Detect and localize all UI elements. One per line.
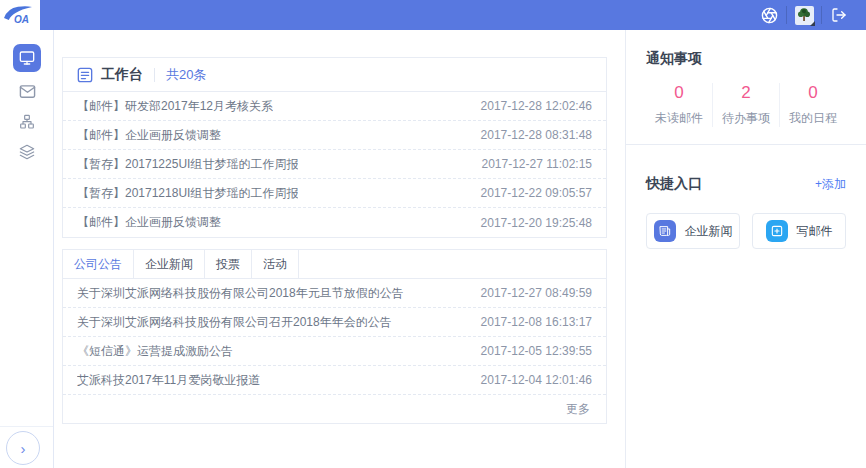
workbench-row[interactable]: 【邮件】企业画册反馈调整 2017-12-20 19:25:48 bbox=[63, 208, 606, 237]
item-title: 【暂存】20171225UI组甘梦瑶的工作周报 bbox=[77, 156, 298, 173]
topbar bbox=[0, 0, 866, 30]
more-link[interactable]: 更多 bbox=[566, 401, 590, 418]
aperture-icon[interactable] bbox=[752, 0, 786, 30]
item-time: 2017-12-27 08:49:59 bbox=[481, 286, 592, 300]
workbench-row[interactable]: 【暂存】20171225UI组甘梦瑶的工作周报 2017-12-27 11:02… bbox=[63, 150, 606, 179]
monitor-icon bbox=[13, 44, 41, 72]
quick-button-write-mail[interactable]: 写邮件 bbox=[752, 213, 846, 249]
user-menu[interactable] bbox=[787, 0, 821, 30]
notification-stats: 0 未读邮件 2 待办事项 0 我的日程 bbox=[646, 83, 846, 144]
news-icon bbox=[654, 220, 676, 242]
workbench-header: 工作台 共20条 bbox=[63, 58, 606, 92]
item-time: 2017-12-27 11:02:15 bbox=[481, 157, 592, 171]
leaf-logo-icon: OA bbox=[3, 5, 37, 25]
item-title: 艾派科技2017年11月爱岗敬业报道 bbox=[77, 372, 260, 389]
announcements-card: 公司公告 企业新闻 投票 活动 关于深圳艾派网络科技股份有限公司2018年元旦节… bbox=[62, 249, 607, 424]
announcement-row[interactable]: 关于深圳艾派网络科技股份有限公司召开2018年年会的公告 2017-12-08 … bbox=[63, 308, 606, 337]
item-title: 【暂存】20171218UI组甘梦瑶的工作周报 bbox=[77, 185, 298, 202]
main-content: 工作台 共20条 【邮件】研发部2017年12月考核关系 2017-12-28 … bbox=[62, 30, 607, 424]
stat-unread-mail[interactable]: 0 未读邮件 bbox=[646, 83, 712, 127]
item-time: 2017-12-08 16:13:17 bbox=[481, 315, 592, 329]
workbench-count[interactable]: 共20条 bbox=[166, 66, 206, 84]
item-time: 2017-12-04 12:01:46 bbox=[481, 373, 592, 387]
sidebar-expand-button[interactable]: › bbox=[6, 431, 40, 465]
sidebar: › bbox=[0, 30, 54, 468]
item-title: 《短信通》运营提成激励公告 bbox=[77, 343, 233, 360]
item-time: 2017-12-20 19:25:48 bbox=[481, 216, 592, 230]
avatar[interactable] bbox=[795, 6, 814, 25]
item-title: 关于深圳艾派网络科技股份有限公司2018年元旦节放假的公告 bbox=[77, 285, 404, 302]
mail-icon bbox=[19, 83, 36, 100]
item-time: 2017-12-28 08:31:48 bbox=[481, 128, 592, 142]
quick-buttons: 企业新闻 写邮件 bbox=[646, 213, 846, 249]
tab-vote[interactable]: 投票 bbox=[205, 250, 252, 278]
app-logo[interactable]: OA bbox=[0, 0, 40, 30]
tab-enterprise-news[interactable]: 企业新闻 bbox=[134, 250, 205, 278]
item-time: 2017-12-28 12:02:46 bbox=[481, 99, 592, 113]
logo-text: OA bbox=[14, 14, 29, 25]
item-title: 【邮件】企业画册反馈调整 bbox=[77, 214, 221, 231]
stat-value: 0 bbox=[780, 83, 846, 103]
add-shortcut-button[interactable]: +添加 bbox=[815, 176, 846, 193]
announcement-row[interactable]: 关于深圳艾派网络科技股份有限公司2018年元旦节放假的公告 2017-12-27… bbox=[63, 279, 606, 308]
stat-value: 2 bbox=[713, 83, 779, 103]
quick-button-label: 写邮件 bbox=[797, 223, 833, 240]
item-title: 关于深圳艾派网络科技股份有限公司召开2018年年会的公告 bbox=[77, 314, 392, 331]
sidebar-item-mail[interactable] bbox=[0, 83, 54, 100]
right-panel: 通知事项 0 未读邮件 2 待办事项 0 我的日程 快捷入口 +添加 bbox=[625, 30, 866, 468]
workbench-icon bbox=[77, 67, 93, 83]
announcements-tabs: 公司公告 企业新闻 投票 活动 bbox=[63, 250, 606, 279]
oa-dashboard: OA bbox=[0, 0, 866, 468]
item-title: 【邮件】研发部2017年12月考核关系 bbox=[77, 98, 273, 115]
quick-button-enterprise-news[interactable]: 企业新闻 bbox=[646, 213, 740, 249]
workbench-row[interactable]: 【邮件】研发部2017年12月考核关系 2017-12-28 12:02:46 bbox=[63, 92, 606, 121]
announcement-row[interactable]: 《短信通》运营提成激励公告 2017-12-05 12:39:55 bbox=[63, 337, 606, 366]
logout-icon[interactable] bbox=[822, 0, 856, 30]
sidebar-footer: › bbox=[0, 426, 53, 468]
compose-icon bbox=[766, 220, 788, 242]
layers-icon bbox=[19, 144, 35, 160]
workbench-row[interactable]: 【邮件】企业画册反馈调整 2017-12-28 08:31:48 bbox=[63, 121, 606, 150]
sidebar-item-modules[interactable] bbox=[0, 144, 54, 160]
quick-entry-section: 快捷入口 +添加 企业新闻 bbox=[626, 145, 866, 249]
quick-entry-title: 快捷入口 bbox=[646, 175, 702, 193]
topbar-actions bbox=[752, 0, 866, 30]
workbench-card: 工作台 共20条 【邮件】研发部2017年12月考核关系 2017-12-28 … bbox=[62, 57, 607, 238]
org-chart-icon bbox=[19, 114, 35, 130]
stat-schedule[interactable]: 0 我的日程 bbox=[779, 83, 846, 127]
more-row: 更多 bbox=[63, 395, 606, 423]
stat-value: 0 bbox=[646, 83, 712, 103]
sidebar-item-organization[interactable] bbox=[0, 114, 54, 130]
header-divider bbox=[154, 68, 155, 82]
workbench-title: 工作台 bbox=[101, 66, 143, 84]
item-time: 2017-12-05 12:39:55 bbox=[481, 344, 592, 358]
tab-activity[interactable]: 活动 bbox=[252, 250, 299, 278]
stat-label: 未读邮件 bbox=[646, 110, 712, 127]
item-title: 【邮件】企业画册反馈调整 bbox=[77, 127, 221, 144]
stat-label: 待办事项 bbox=[713, 110, 779, 127]
avatar-caret-icon bbox=[810, 21, 815, 26]
workbench-row[interactable]: 【暂存】20171218UI组甘梦瑶的工作周报 2017-12-22 09:05… bbox=[63, 179, 606, 208]
item-time: 2017-12-22 09:05:57 bbox=[481, 186, 592, 200]
stat-label: 我的日程 bbox=[780, 110, 846, 127]
notifications-title: 通知事项 bbox=[646, 50, 846, 68]
quick-entry-header: 快捷入口 +添加 bbox=[646, 175, 846, 193]
stat-todo[interactable]: 2 待办事项 bbox=[712, 83, 779, 127]
sidebar-item-workbench[interactable] bbox=[0, 44, 54, 72]
quick-button-label: 企业新闻 bbox=[685, 223, 733, 240]
tab-company-announcements[interactable]: 公司公告 bbox=[63, 250, 134, 278]
notifications-section: 通知事项 0 未读邮件 2 待办事项 0 我的日程 bbox=[626, 30, 866, 144]
announcement-row[interactable]: 艾派科技2017年11月爱岗敬业报道 2017-12-04 12:01:46 bbox=[63, 366, 606, 395]
